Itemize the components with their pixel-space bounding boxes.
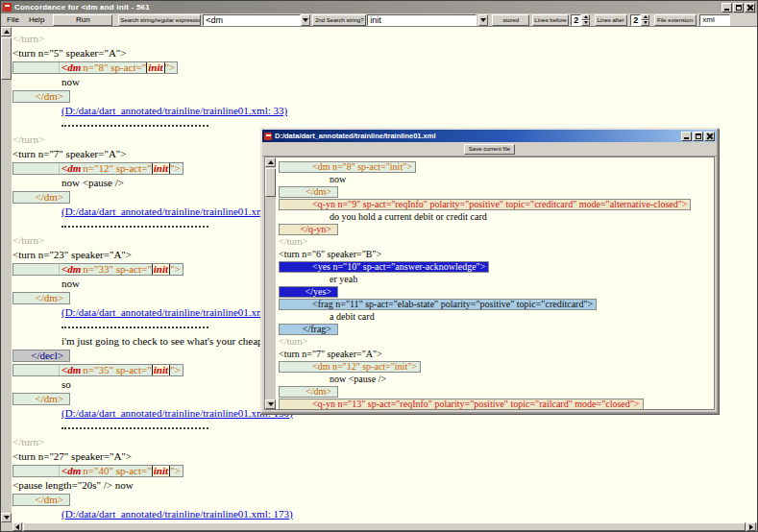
xml-line: <turn n="5" speaker="A"> (12, 46, 757, 60)
dm-match-line: <dmn="40" sp-act="init"> (12, 464, 757, 478)
indent-spacer (13, 62, 60, 73)
dotted-rule (61, 326, 208, 328)
utterance-line: a debit card (279, 310, 714, 323)
scroll-right-button[interactable] (746, 522, 756, 531)
second-search-match-text: init (152, 466, 170, 476)
run-button[interactable]: Run (53, 14, 112, 26)
tag-close-bracket: "> (170, 163, 183, 174)
search-string-label: Search string/regular expression? (118, 14, 201, 26)
window-title: Concordance for <dm and init - 561 (14, 1, 721, 13)
file-vertical-scrollbar[interactable] (265, 157, 276, 409)
source-file-link[interactable]: (D:/data/dart_annotated/trainline/trainl… (61, 508, 293, 520)
main-horizontal-scrollbar[interactable] (1, 522, 757, 531)
spin-up-icon (584, 15, 588, 18)
close-button[interactable] (745, 3, 755, 12)
spin-up-icon (644, 15, 648, 18)
maximize-button[interactable] (733, 3, 744, 12)
scroll-thumb[interactable] (265, 168, 276, 197)
xml-line: <turn n="27" speaker="A"> (12, 449, 757, 464)
xml-line: <pause length="20s" /> now (12, 478, 757, 493)
tag-close-bracket: "> (170, 264, 183, 275)
second-search-input[interactable]: init (367, 14, 477, 26)
tag-close-bracket: "> (170, 466, 183, 476)
closing-tag-box: </dm> (12, 90, 70, 103)
second-search-match-text: init (152, 264, 170, 275)
spin-down-button[interactable] (581, 20, 590, 26)
chevron-down-icon (303, 18, 308, 22)
arrow-up-icon (4, 30, 10, 34)
close-tag-line: </yes> (279, 285, 714, 298)
menu-help[interactable]: Help (24, 13, 49, 27)
indent-spacer (13, 365, 60, 375)
dotted-rule (61, 226, 208, 228)
source-file-link[interactable]: (D:/data/dart_annotated/trainline/trainl… (61, 407, 293, 419)
arrow-left-icon (15, 524, 19, 530)
toolbar: File Help Run Search string/regular expr… (1, 13, 757, 27)
source-file-link[interactable]: (D:/data/dart_annotated/trainline/trainl… (61, 206, 287, 217)
source-file-link[interactable]: (D:/data/dart_annotated/trainline/trainl… (61, 306, 293, 318)
source-file-link: (D:/data/dart_annotated/trainline/trainl… (12, 104, 757, 118)
scroll-thumb[interactable] (1, 37, 12, 80)
save-current-file-button[interactable]: Save current file (464, 144, 515, 155)
menu-file[interactable]: File (2, 13, 24, 27)
close-tag-line: </frag> (279, 323, 714, 335)
utterance-line: now <pause /> (279, 373, 714, 385)
open-tag-line: <frag n="11" sp-act="elab-state" polarit… (279, 298, 714, 310)
arrow-up-icon (268, 160, 274, 164)
closing-tag-box: </dm> (279, 186, 338, 198)
tag-highlight-box: <dm n="12" sp-act="init"> (279, 361, 421, 373)
minimize-button[interactable] (681, 132, 692, 141)
search-match-text: <dm (60, 264, 83, 275)
open-tag-line: <dm n="8" sp-act="init"> (279, 160, 714, 173)
stored-regexes-button[interactable]: stored regExes (492, 14, 529, 26)
file-extension-input[interactable]: xml (699, 14, 730, 26)
lines-before-label: Lines before: (532, 14, 569, 26)
closing-tag-box: </dm> (12, 393, 70, 405)
closing-tag-box: </frag> (279, 324, 338, 335)
scroll-left-button[interactable] (12, 522, 22, 531)
scroll-up-button[interactable] (1, 27, 12, 36)
scroll-up-button[interactable] (265, 157, 276, 167)
tag-attributes-text: n="33" sp-act=" (83, 264, 151, 275)
dotted-rule (61, 125, 208, 127)
second-search-label: 2nd Search string? (312, 14, 366, 26)
lines-before-value[interactable]: 2 (571, 14, 581, 26)
spin-down-icon (644, 21, 648, 24)
search-string-value[interactable]: <dm (203, 14, 301, 26)
arrow-down-icon (4, 516, 10, 520)
maximize-button[interactable] (693, 132, 703, 141)
arrow-down-icon (268, 402, 274, 406)
tag-highlight-box: <dm n="8" sp-act="init"> (279, 161, 416, 173)
file-viewer-titlebar[interactable]: D:/data/dart_annotated/trainline/trainli… (262, 130, 717, 142)
tag-highlight-box: <q-yn n="9" sp-act="reqInfo" polarity="p… (279, 199, 691, 210)
source-file-link[interactable]: (D:/data/dart_annotated/trainline/trainl… (61, 105, 287, 116)
scroll-down-button[interactable] (265, 399, 276, 409)
main-vertical-scrollbar[interactable] (1, 27, 12, 522)
lines-after-stepper[interactable]: 2 (630, 14, 649, 26)
utterance-line: now (279, 173, 714, 185)
closing-tag-ghost: </turn> (279, 335, 714, 348)
search-dropdown-button[interactable] (301, 14, 310, 26)
spin-down-button[interactable] (641, 20, 649, 26)
closing-tag-box: </dm> (12, 494, 70, 506)
lines-before-stepper[interactable]: 2 (571, 14, 590, 26)
tag-highlight-box: <frag n="11" sp-act="elab-state" polarit… (279, 299, 597, 310)
closing-tag-ghost: </turn> (12, 32, 757, 46)
file-viewer-title: D:/data/dart_annotated/trainline/trainli… (275, 130, 681, 142)
app-icon (3, 3, 12, 12)
scroll-thumb[interactable] (23, 522, 746, 531)
tag-attributes-text: n="35" sp-act=" (83, 365, 151, 375)
lines-after-value[interactable]: 2 (630, 14, 641, 26)
maximize-icon (736, 5, 742, 11)
search-string-combobox[interactable]: <dm (203, 14, 310, 26)
close-button[interactable] (704, 132, 715, 141)
main-window: Concordance for <dm and init - 561 File … (0, 0, 758, 532)
scroll-down-button[interactable] (1, 513, 12, 522)
minimize-button[interactable] (721, 3, 732, 12)
closing-tag-box: </decl> (12, 350, 70, 362)
xml-line: <turn n="7" speaker="A"> (279, 348, 714, 360)
main-titlebar[interactable]: Concordance for <dm and init - 561 (1, 1, 757, 13)
second-search-dropdown-button[interactable] (478, 14, 488, 26)
app-icon (264, 133, 272, 140)
closing-tag-ghost: </turn> (12, 435, 757, 449)
